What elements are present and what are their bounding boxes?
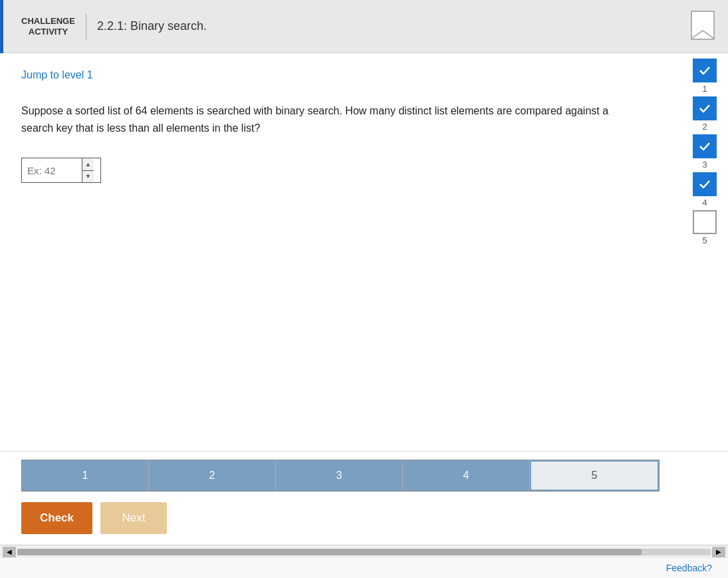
level-1-check [693,59,717,82]
spinner-buttons: ▲ ▼ [82,158,94,182]
scroll-thumb [17,549,642,555]
spinner-down-button[interactable]: ▼ [82,171,94,183]
right-sidebar: 1 2 3 4 [681,53,728,451]
footer-area: Feedback? [0,558,728,578]
header-divider [86,13,86,40]
answer-input[interactable] [22,158,82,182]
next-button[interactable]: Next [100,502,167,534]
level-item-5[interactable]: 5 [693,210,717,245]
tab-4[interactable]: 4 [403,460,530,491]
header-title-group: CHALLENGE ACTIVITY 2.2.1: Binary search. [21,13,207,40]
level-3-number: 3 [702,160,707,170]
action-buttons: Check Next [21,502,707,534]
bottom-section: 1 2 3 4 5 Check Next [0,451,728,545]
tab-1[interactable]: 1 [22,460,149,491]
jump-to-level-link[interactable]: Jump to level 1 [21,69,660,81]
input-area: ▲ ▼ [21,158,660,183]
level-2-check [693,96,717,120]
level-item-3[interactable]: 3 [693,134,717,170]
scrollbar-area: ◀ ▶ [0,545,728,558]
question-text: Suppose a sorted list of 64 elements is … [21,102,620,136]
level-2-number: 2 [702,122,707,132]
level-5-empty [693,210,717,234]
level-item-1[interactable]: 1 [693,59,717,94]
level-item-2[interactable]: 2 [693,96,717,132]
level-5-number: 5 [702,235,707,245]
header-subtitle: 2.2.1: Binary search. [97,19,207,33]
level-item-4[interactable]: 4 [693,172,717,208]
bookmark-button[interactable] [691,11,715,43]
scroll-left-arrow[interactable]: ◀ [3,547,16,557]
level-4-check [693,172,717,196]
scroll-track[interactable] [17,549,711,555]
number-input-wrapper: ▲ ▼ [21,158,101,183]
header-accent-bar [0,0,3,53]
tab-5[interactable]: 5 [530,460,659,491]
level-3-check [693,134,717,158]
tab-2[interactable]: 2 [149,460,276,491]
tab-3[interactable]: 3 [276,460,403,491]
challenge-activity-label: CHALLENGE ACTIVITY [21,16,75,37]
tab-bar: 1 2 3 4 5 [21,460,660,492]
feedback-link[interactable]: Feedback? [666,563,712,573]
scroll-right-arrow[interactable]: ▶ [712,547,725,557]
level-4-number: 4 [702,198,707,208]
main-content: Jump to level 1 Suppose a sorted list of… [0,53,681,451]
header: CHALLENGE ACTIVITY 2.2.1: Binary search. [0,0,728,53]
content-wrapper: Jump to level 1 Suppose a sorted list of… [0,53,728,451]
spinner-up-button[interactable]: ▲ [82,158,94,171]
check-button[interactable]: Check [21,502,92,534]
level-1-number: 1 [702,84,707,94]
